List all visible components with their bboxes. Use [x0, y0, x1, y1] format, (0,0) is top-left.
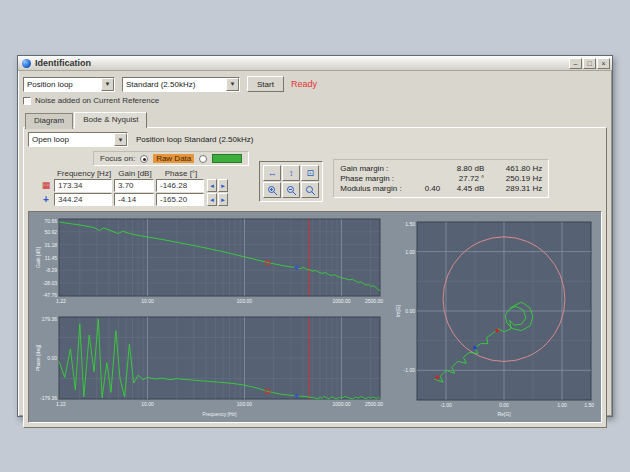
gain-margin-value: 8.80 dB: [440, 164, 484, 173]
svg-text:11.45: 11.45: [45, 255, 57, 261]
bode-phase-chart[interactable]: 1.2210.00100.001000.002500.00179.360.00-…: [33, 314, 385, 420]
standard-select[interactable]: Standard (2.50kHz) ▼: [122, 77, 240, 92]
cursor1-gain-field[interactable]: 3.70: [114, 179, 154, 192]
cursor2-frequency-field[interactable]: 344.24: [54, 193, 112, 206]
zoom-vertical-button[interactable]: ↕: [282, 165, 300, 181]
cursor1-step-right-button[interactable]: ►: [218, 179, 228, 192]
svg-text:Phase [deg]: Phase [deg]: [35, 344, 41, 371]
gain-margin-frequency: 461.80 Hz: [484, 164, 542, 173]
status-label: Ready: [291, 79, 317, 89]
focus-label: Focus on:: [100, 154, 135, 163]
modulus-margin-label: Modulus margin :: [340, 184, 414, 193]
zoom-horizontal-button[interactable]: ↔: [263, 165, 281, 181]
cursor1-step-left-button[interactable]: ◄: [207, 179, 217, 192]
cursor-table: Frequency [Hz] Gain [dB] Phase [°] ▦ 173…: [38, 169, 249, 206]
zoom-reset-button[interactable]: [301, 182, 319, 198]
cursor-table-header: Frequency [Hz] Gain [dB] Phase [°]: [38, 169, 249, 178]
minimize-button[interactable]: –: [569, 58, 582, 69]
raw-data-label: Raw Data: [153, 154, 194, 163]
nyquist-chart[interactable]: -1.000.001.001.501.501.000.00-1.00Re[G]I…: [393, 216, 597, 418]
zoom-out-button[interactable]: [282, 182, 300, 198]
standard-select-value: Standard (2.50kHz): [126, 80, 226, 89]
filtered-swatch: [212, 154, 242, 163]
table-row: + 344.24 -4.14 -165.20 ◄ ►: [38, 193, 249, 206]
noise-checkbox-label: Noise added on Current Reference: [35, 96, 159, 105]
zoom-box-button[interactable]: ⊡: [301, 165, 319, 181]
v-arrows-icon: ↕: [289, 168, 294, 178]
svg-text:-8.29: -8.29: [46, 267, 58, 273]
modulus-margin-value: 4.45 dB: [440, 184, 484, 193]
margins-panel: Gain margin : 8.80 dB 461.80 Hz Phase ma…: [333, 159, 549, 198]
magnifier-icon: [305, 185, 316, 196]
chevron-down-icon[interactable]: ▼: [101, 78, 114, 91]
gain-margin-extra: [414, 164, 440, 173]
svg-text:100.00: 100.00: [237, 401, 253, 407]
svg-text:0.00: 0.00: [499, 402, 509, 408]
window-content: Position loop ▼ Standard (2.50kHz) ▼ Sta…: [18, 71, 612, 416]
titlebar[interactable]: Identification – □ ×: [18, 56, 612, 71]
zoom-in-icon: [267, 185, 278, 196]
svg-text:-28.03: -28.03: [43, 280, 57, 286]
phase-margin-extra: [414, 174, 440, 183]
loop-select[interactable]: Position loop ▼: [23, 77, 115, 92]
svg-text:70.66: 70.66: [44, 218, 57, 224]
phase-margin-frequency: 250.19 Hz: [484, 174, 542, 183]
svg-text:1.50: 1.50: [584, 402, 594, 408]
svg-text:-1.00: -1.00: [404, 367, 416, 373]
gain-column-header: Gain [dB]: [114, 169, 156, 178]
zoom-in-button[interactable]: [263, 182, 281, 198]
maximize-button[interactable]: □: [583, 58, 596, 69]
svg-text:1000.00: 1000.00: [332, 401, 350, 407]
phase-margin-row: Phase margin : 27.72 ° 250.19 Hz: [340, 174, 542, 183]
cursor-block: Focus on: Raw Data Frequency [Hz] Gain […: [38, 151, 249, 206]
svg-text:Frequency [Hz]: Frequency [Hz]: [203, 411, 238, 417]
chevron-down-icon[interactable]: ▼: [114, 133, 127, 146]
cursor2-marker-icon: +: [38, 195, 54, 205]
filtered-radio[interactable]: [199, 155, 207, 163]
frequency-column-header: Frequency [Hz]: [54, 169, 114, 178]
svg-text:-47.76: -47.76: [43, 292, 57, 298]
svg-text:1.22: 1.22: [56, 298, 66, 304]
modulus-margin-frequency: 289.31 Hz: [484, 184, 542, 193]
controls-strip: Focus on: Raw Data Frequency [Hz] Gain […: [28, 151, 602, 206]
noise-checkbox[interactable]: [23, 97, 31, 105]
zoom-toolbar: ↔ ↕ ⊡: [259, 161, 323, 202]
svg-text:Re[G]: Re[G]: [497, 411, 511, 417]
box-zoom-icon: ⊡: [306, 168, 314, 178]
svg-text:Im[G]: Im[G]: [395, 304, 401, 317]
cursor2-phase-field[interactable]: -165.20: [156, 193, 204, 206]
svg-text:1.00: 1.00: [557, 402, 567, 408]
svg-text:2500.00: 2500.00: [365, 401, 383, 407]
phase-margin-value: 27.72 °: [440, 174, 484, 183]
modulus-margin-row: Modulus margin : 0.40 4.45 dB 289.31 Hz: [340, 184, 542, 193]
svg-text:1.00: 1.00: [405, 249, 415, 255]
svg-text:1.50: 1.50: [405, 221, 415, 227]
svg-text:0.00: 0.00: [47, 355, 57, 361]
cursor2-gain-field[interactable]: -4.14: [114, 193, 154, 206]
cursor1-marker-icon: ▦: [38, 181, 54, 190]
cursor1-phase-field[interactable]: -146.28: [156, 179, 204, 192]
tab-diagram[interactable]: Diagram: [25, 113, 73, 129]
svg-text:-1.00: -1.00: [440, 402, 452, 408]
cursor1-frequency-field[interactable]: 173.34: [54, 179, 112, 192]
svg-text:-179.36: -179.36: [40, 395, 57, 401]
cursor2-step-left-button[interactable]: ◄: [207, 193, 217, 206]
bode-gain-chart[interactable]: 1.2210.00100.001000.002500.0070.6650.923…: [33, 216, 385, 308]
h-arrows-icon: ↔: [268, 168, 277, 178]
svg-text:179.36: 179.36: [42, 316, 58, 322]
chevron-down-icon[interactable]: ▼: [226, 78, 239, 91]
zoom-out-icon: [286, 185, 297, 196]
raw-data-radio[interactable]: [140, 155, 148, 163]
phase-margin-label: Phase margin :: [340, 174, 414, 183]
svg-text:1000.00: 1000.00: [332, 298, 350, 304]
noise-option-row: Noise added on Current Reference: [23, 96, 607, 105]
tab-bode-nyquist[interactable]: Bode & Nyquist: [74, 112, 147, 128]
table-row: ▦ 173.34 3.70 -146.28 ◄ ►: [38, 179, 249, 192]
gain-margin-row: Gain margin : 8.80 dB 461.80 Hz: [340, 164, 542, 173]
cursor2-step-right-button[interactable]: ►: [218, 193, 228, 206]
context-label: Position loop Standard (2.50kHz): [136, 135, 253, 144]
start-button[interactable]: Start: [247, 76, 284, 92]
identification-window: Identification – □ × Position loop ▼ Sta…: [17, 55, 613, 417]
close-button[interactable]: ×: [597, 58, 610, 69]
open-loop-select[interactable]: Open loop ▼: [28, 132, 128, 147]
